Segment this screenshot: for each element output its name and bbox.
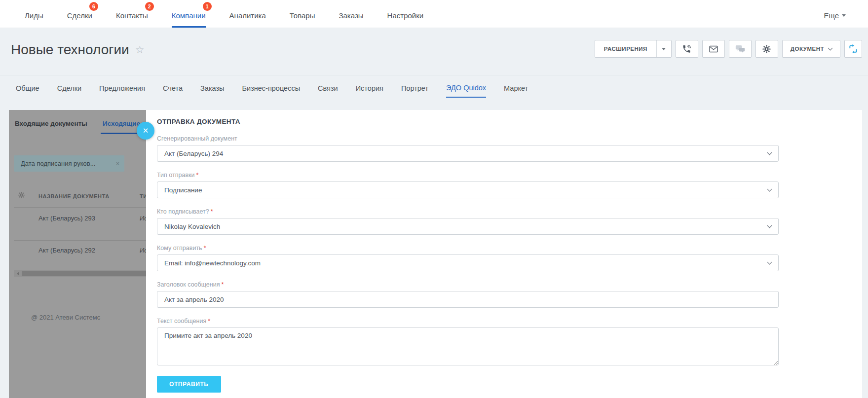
fullscreen-button[interactable] xyxy=(844,40,862,58)
page-title: Новые технологии xyxy=(11,42,129,58)
field-label: Кто подписывает?* xyxy=(157,208,779,215)
nav-item-deals[interactable]: Сделки 6 xyxy=(67,3,92,28)
tab-history[interactable]: История xyxy=(356,77,383,97)
generated-document-select[interactable]: Акт (Беларусь) 294 xyxy=(157,145,779,162)
field-label: Заголовок сообщения* xyxy=(157,281,779,288)
table-row-type: Исход xyxy=(140,247,146,254)
nav-item-companies[interactable]: Компании 1 xyxy=(172,3,206,28)
recipient-select[interactable]: Email: info@newtechnology.com xyxy=(157,254,779,271)
field-label-text: Заголовок сообщения xyxy=(157,281,220,288)
select-value: Email: info@newtechnology.com xyxy=(164,259,768,267)
close-icon: ✕ xyxy=(143,126,149,135)
nav-item-settings[interactable]: Настройки xyxy=(387,3,424,28)
tab-edo-quidox[interactable]: ЭДО Quidox xyxy=(446,77,486,98)
documents-panel: Входящие документы Исходящие Дата подпис… xyxy=(9,110,146,398)
required-mark: * xyxy=(211,208,213,215)
tab-market[interactable]: Маркет xyxy=(504,77,528,97)
field-message-text: Текст сообщения* Примите акт за апрель 2… xyxy=(157,318,779,367)
message-subject-input[interactable] xyxy=(157,291,779,308)
send-type-select[interactable]: Подписание xyxy=(157,181,779,198)
extensions-label: РАСШИРЕНИЯ xyxy=(595,46,656,52)
fullscreen-icon xyxy=(848,44,858,54)
column-header-name[interactable]: НАЗВАНИЕ ДОКУМЕНТА xyxy=(38,193,110,199)
send-document-panel: ОТПРАВКА ДОКУМЕНТА Сгенерированный докум… xyxy=(146,110,862,398)
field-recipient: Кому отправить* Email: info@newtechnolog… xyxy=(157,245,779,271)
call-button[interactable] xyxy=(676,40,698,58)
nav-item-label: Заказы xyxy=(339,11,363,20)
divider xyxy=(14,240,146,241)
tab-deals[interactable]: Сделки xyxy=(57,77,81,97)
phone-icon xyxy=(682,44,691,54)
field-label: Кому отправить* xyxy=(157,245,779,252)
form-title: ОТПРАВКА ДОКУМЕНТА xyxy=(157,118,862,125)
crm-tabs: Общие Сделки Предложения Счета Заказы Би… xyxy=(0,75,868,99)
send-button[interactable]: ОТПРАВИТЬ xyxy=(157,376,221,393)
extensions-button[interactable]: РАСШИРЕНИЯ xyxy=(595,40,672,58)
field-generated-document: Сгенерированный документ Акт (Беларусь) … xyxy=(157,135,779,162)
email-button[interactable] xyxy=(702,40,725,58)
message-text-textarea[interactable]: Примите акт за апрель 2020 xyxy=(157,327,779,365)
divider xyxy=(14,207,146,208)
settings-button[interactable] xyxy=(755,40,778,58)
table-row-name[interactable]: Акт (Беларусь) 292 xyxy=(38,247,95,254)
chevron-down-icon xyxy=(767,260,772,265)
documents-table-header: НАЗВАНИЕ ДОКУМЕНТА ТИП Д xyxy=(9,190,146,205)
select-value: Подписание xyxy=(164,186,768,194)
chevron-down-icon xyxy=(828,46,833,51)
scroll-left-arrow[interactable] xyxy=(14,270,22,277)
required-mark: * xyxy=(204,245,206,252)
nav-item-analytics[interactable]: Аналитика xyxy=(229,3,266,28)
document-button[interactable]: ДОКУМЕНТ xyxy=(782,40,840,58)
tab-business-processes[interactable]: Бизнес-процессы xyxy=(242,77,301,97)
close-slider-button[interactable]: ✕ xyxy=(137,122,154,140)
header-toolbar: РАСШИРЕНИЯ xyxy=(595,40,862,58)
nav-item-contacts[interactable]: Контакты 2 xyxy=(116,3,148,28)
tab-orders[interactable]: Заказы xyxy=(200,77,224,97)
favorite-star-icon[interactable]: ☆ xyxy=(135,44,145,56)
left-triangle-icon xyxy=(17,272,19,276)
chevron-down-icon xyxy=(767,150,772,155)
nav-item-label: Аналитика xyxy=(229,11,266,20)
mail-icon xyxy=(709,45,718,53)
counter-badge: 6 xyxy=(89,2,98,11)
table-row-name[interactable]: Акт (Беларусь) 293 xyxy=(38,215,95,222)
close-icon[interactable]: × xyxy=(116,160,119,167)
nav-item-label: Лиды xyxy=(25,11,43,20)
tab-relations[interactable]: Связи xyxy=(318,77,338,97)
field-label-text: Текст сообщения xyxy=(157,318,206,325)
chat-icon xyxy=(735,45,745,53)
field-label: Сгенерированный документ xyxy=(157,135,779,142)
column-header-type[interactable]: ТИП Д xyxy=(140,193,146,199)
tab-incoming-documents[interactable]: Входящие документы xyxy=(15,120,87,127)
required-mark: * xyxy=(208,318,210,325)
field-send-type: Тип отправки* Подписание xyxy=(157,172,779,198)
chat-button[interactable] xyxy=(729,40,752,58)
field-label-text: Сгенерированный документ xyxy=(157,135,237,142)
extensions-dropdown-toggle[interactable] xyxy=(656,40,671,57)
copyright-text: @ 2021 Атеви Системс xyxy=(31,314,100,321)
filter-chip[interactable]: Дата подписания руков... × xyxy=(14,155,124,172)
nav-item-label: Сделки xyxy=(67,11,92,20)
field-signer: Кто подписывает?* Nikolay Kovalevich xyxy=(157,208,779,235)
nav-item-leads[interactable]: Лиды xyxy=(25,3,43,28)
nav-item-label: Настройки xyxy=(387,11,424,20)
filter-chip-label: Дата подписания руков... xyxy=(21,160,113,167)
scrollbar-thumb[interactable] xyxy=(22,271,146,276)
horizontal-scrollbar[interactable] xyxy=(14,270,146,277)
nav-item-products[interactable]: Товары xyxy=(290,3,315,28)
field-label: Текст сообщения* xyxy=(157,318,779,325)
chevron-down-icon xyxy=(767,187,772,192)
tab-portrait[interactable]: Портрет xyxy=(401,77,428,97)
field-label-text: Кто подписывает? xyxy=(157,208,209,215)
table-settings-gear-icon[interactable] xyxy=(18,191,25,199)
tab-outgoing-documents[interactable]: Исходящие xyxy=(103,120,140,127)
field-label-text: Кому отправить xyxy=(157,245,202,252)
signer-select[interactable]: Nikolay Kovalevich xyxy=(157,218,779,235)
chevron-down-icon xyxy=(767,223,772,228)
nav-item-orders[interactable]: Заказы xyxy=(339,3,363,28)
field-label: Тип отправки* xyxy=(157,172,779,179)
tab-invoices[interactable]: Счета xyxy=(163,77,183,97)
nav-more-menu[interactable]: Еще xyxy=(824,11,846,20)
tab-general[interactable]: Общие xyxy=(16,77,39,97)
tab-quotes[interactable]: Предложения xyxy=(99,77,145,97)
